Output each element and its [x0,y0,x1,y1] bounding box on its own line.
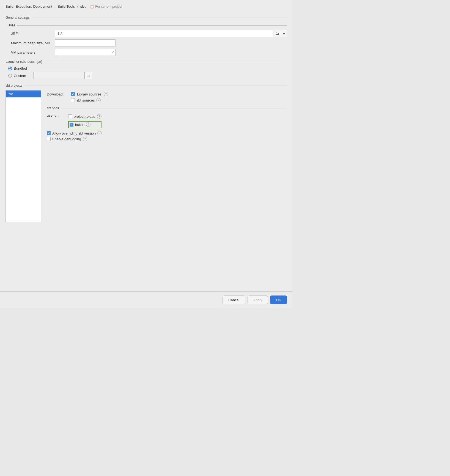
breadcrumb-sep-2: › [77,4,78,9]
dialog: Build, Execution, Deployment › Build Too… [0,0,292,308]
sbt-sources-label: sbt sources [76,98,95,102]
breadcrumb-sep-1: › [54,4,55,9]
jvm-header: JVM [8,23,287,27]
breadcrumb-part-3: sbt [80,4,86,9]
sbt-projects-header: sbt projects [6,84,287,87]
custom-folder-icon: 🗂 [86,74,90,78]
builds-label: builds [75,123,84,127]
sbt-shell-section: sbt shell use for: project reload [47,106,287,128]
general-settings-label: General settings [6,16,29,20]
custom-radio[interactable] [8,74,12,78]
jre-input-group: 🗂 ▾ [55,30,287,37]
project-settings: Download: Library sources ? sbt sources … [41,90,287,222]
launcher-options: Bundled Custom 🗂 [6,66,287,79]
header: Build, Execution, Deployment › Build Too… [0,0,292,12]
heap-size-row: Maximum heap size, MB [8,39,287,46]
vm-expand-icon[interactable]: ⤢ [111,50,114,54]
jre-folder-button[interactable]: 🗂 [273,30,281,37]
sbt-sources-row: sbt sources ? [47,98,287,102]
vm-params-input-group: ⤢ [55,49,116,56]
library-sources-label: Library sources [77,92,101,96]
dialog-footer: Cancel Apply OK [0,291,292,308]
project-reload-checkbox[interactable] [68,114,72,118]
jre-row: JRE: 🗂 ▾ [8,30,287,37]
sbt-projects-section: sbt projects zio Download: Library sourc… [6,84,287,222]
download-label: Download: [47,92,69,96]
sbt-shell-line [61,108,287,108]
sbt-shell-header: sbt shell [47,106,287,110]
use-for-label: use for: [47,113,66,117]
jre-dropdown-button[interactable]: ▾ [281,30,287,37]
bundled-label: Bundled [14,66,27,70]
launcher-section: Launcher (sbt-launch.jar) Bundled Custom [6,60,287,79]
download-row: Download: Library sources ? [47,92,287,96]
bundled-radio-row: Bundled [8,66,287,70]
vm-params-row: VM parameters ⤢ [8,49,287,56]
launcher-line [44,62,287,62]
vm-params-label: VM parameters [11,50,55,54]
sbt-sources-checkbox[interactable] [71,98,75,102]
allow-overriding-help-icon[interactable]: ? [97,131,102,135]
jvm-label: JVM [8,23,15,27]
sbt-projects-content: zio Download: Library sources ? sbt sour… [6,90,287,222]
heap-size-input[interactable] [55,39,116,46]
bundled-radio[interactable] [8,67,12,70]
vm-params-input[interactable] [55,49,116,56]
breadcrumb: Build, Execution, Deployment › Build Too… [6,4,86,9]
jre-input[interactable] [55,30,273,37]
sbt-projects-line [24,86,287,86]
general-settings-header: General settings [6,16,287,20]
sbt-sources-help-icon[interactable]: ? [96,98,101,102]
project-list-item[interactable]: zio [6,91,41,97]
use-for-checkboxes: project reload ? builds ? [68,113,101,128]
project-reload-help-icon[interactable]: ? [97,114,101,119]
library-sources-checkbox[interactable] [71,92,75,96]
enable-debugging-row: Enable debugging ? [47,137,287,141]
heap-size-label: Maximum heap size, MB [11,41,55,45]
use-for-row: use for: project reload ? [47,113,287,128]
apply-button[interactable]: Apply [248,296,268,304]
library-sources-help-icon[interactable]: ? [104,92,108,96]
launcher-header: Launcher (sbt-launch.jar) [6,60,287,64]
custom-path-input[interactable] [33,72,84,79]
custom-label: Custom [14,74,26,78]
sbt-projects-label: sbt projects [6,84,22,87]
custom-radio-row: Custom 🗂 [8,72,287,79]
allow-overriding-checkbox[interactable] [47,131,51,135]
builds-row: builds ? [68,121,101,128]
project-reload-label: project reload [74,114,95,119]
launcher-label: Launcher (sbt-launch.jar) [6,60,42,64]
enable-debugging-help-icon[interactable]: ? [83,137,87,141]
jvm-section: JVM JRE: 🗂 ▾ Maximum heap size, M [6,23,287,56]
folder-icon: 🗂 [275,32,279,36]
content-area: General settings JVM JRE: 🗂 ▾ [0,12,292,291]
builds-help-icon[interactable]: ? [86,122,90,127]
project-reload-row: project reload ? [68,114,101,119]
jvm-line [17,25,287,26]
breadcrumb-part-2: Build Tools [57,4,75,9]
jre-label: JRE: [11,32,55,36]
breadcrumb-part-1: Build, Execution, Deployment [6,4,52,9]
general-settings-line [32,18,287,18]
enable-debugging-label: Enable debugging [52,137,81,141]
custom-folder-button[interactable]: 🗂 [84,72,92,79]
project-list: zio [6,90,41,222]
chevron-down-icon: ▾ [283,32,285,35]
enable-debugging-checkbox[interactable] [47,137,51,141]
allow-overriding-row: Allow overriding sbt version ? [47,131,287,135]
for-current-project: 📋For current project [90,5,122,9]
allow-overriding-label: Allow overriding sbt version [52,131,96,135]
builds-checkbox[interactable] [70,123,73,127]
ok-button[interactable]: OK [270,296,287,304]
cancel-button[interactable]: Cancel [223,296,245,304]
sbt-shell-label: sbt shell [47,106,59,110]
custom-path-group: 🗂 [33,72,92,79]
